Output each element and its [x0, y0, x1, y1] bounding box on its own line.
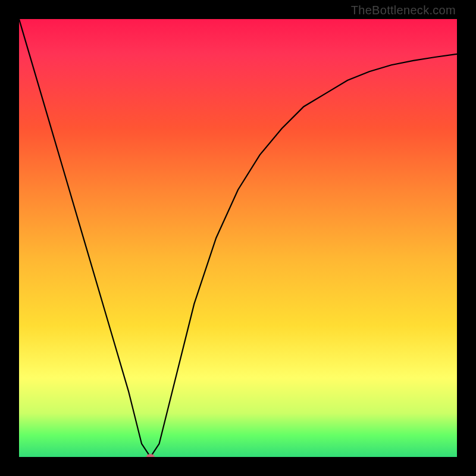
- chart-container: TheBottleneck.com: [0, 0, 476, 476]
- watermark-text: TheBottleneck.com: [351, 4, 456, 17]
- plot-area: [19, 19, 457, 457]
